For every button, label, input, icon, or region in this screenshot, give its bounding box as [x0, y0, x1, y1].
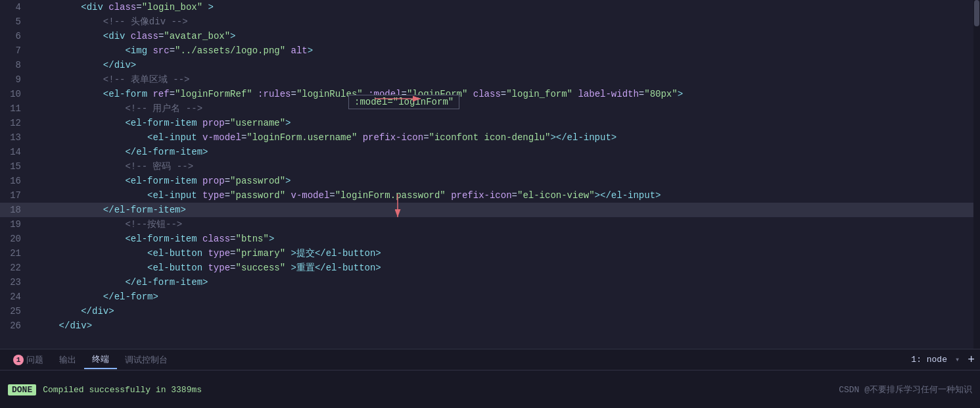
table-row: 16 <el-form-item prop="passwrod">	[0, 174, 980, 188]
line-content: <el-input type="password" v-model="login…	[32, 188, 980, 203]
table-row: 12 <el-form-item prop="username">	[0, 116, 980, 130]
line-number: 5	[0, 14, 32, 29]
line-content: <el-button type="primary" >提交</el-button…	[32, 246, 980, 261]
table-row: 18 </el-form-item>	[0, 203, 980, 217]
line-content: <el-form-item prop="username">	[32, 116, 980, 130]
node-selector-label: 1: node	[911, 355, 947, 365]
table-row: 4 <div class="login_box" >	[0, 0, 980, 14]
tab-issues[interactable]: 1问题	[5, 351, 51, 369]
line-content: </el-form-item>	[32, 275, 980, 290]
line-content: </el-form>	[32, 290, 980, 304]
line-number: 15	[0, 159, 32, 174]
add-terminal-button[interactable]: +	[968, 353, 975, 367]
line-number: 19	[0, 217, 32, 232]
table-row: 22 <el-button type="success" >重置</el-but…	[0, 261, 980, 275]
line-content: <!-- 密码 -->	[32, 159, 980, 174]
table-row: 26 </div>	[0, 319, 980, 333]
table-row: 6 <div class="avatar_box">	[0, 29, 980, 43]
table-row: 20 <el-form-item class="btns">	[0, 232, 980, 246]
line-content: <img src="../assets/logo.png" alt>	[32, 43, 980, 58]
line-number: 8	[0, 58, 32, 72]
scrollbar-thumb	[974, 0, 979, 26]
line-content: <el-form-item prop="passwrod">	[32, 174, 980, 188]
done-badge: DONE	[8, 384, 36, 395]
table-row: 8 </div>	[0, 58, 980, 72]
node-dropdown-icon[interactable]: ▾	[955, 355, 960, 365]
line-content: </div>	[32, 58, 980, 72]
table-row: 25 </div>	[0, 304, 980, 319]
line-number: 25	[0, 304, 32, 319]
line-content: </el-form-item>	[32, 203, 980, 217]
csdn-credit: CSDN @不要排斥学习任何一种知识	[839, 384, 972, 395]
line-number: 21	[0, 246, 32, 261]
code-table: 4 <div class="login_box" >5 <!-- 头像div -…	[0, 0, 980, 333]
table-row: 10 <el-form ref="loginFormRef" :rules="l…	[0, 87, 980, 101]
table-row: 24 </el-form>	[0, 290, 980, 304]
line-content: <el-input v-model="loginForm.username" p…	[32, 130, 980, 145]
tab-terminal[interactable]: 终端	[84, 351, 117, 369]
line-content: <!-- 头像div -->	[32, 14, 980, 29]
table-row: 19 <!--按钮-->	[0, 217, 980, 232]
line-number: 11	[0, 101, 32, 116]
table-row: 11 <!-- 用户名 -->	[0, 101, 980, 116]
code-container: 4 <div class="login_box" >5 <!-- 头像div -…	[0, 0, 980, 349]
table-row: 21 <el-button type="primary" >提交</el-but…	[0, 246, 980, 261]
line-number: 14	[0, 145, 32, 159]
table-row: 13 <el-input v-model="loginForm.username…	[0, 130, 980, 145]
line-number: 22	[0, 261, 32, 275]
line-number: 23	[0, 275, 32, 290]
scrollbar-track[interactable]	[973, 0, 980, 349]
line-number: 12	[0, 116, 32, 130]
line-content: <el-form-item class="btns">	[32, 232, 980, 246]
line-number: 17	[0, 188, 32, 203]
line-content: <!--按钮-->	[32, 217, 980, 232]
line-number: 6	[0, 29, 32, 43]
panel-content: DONE Compiled successfully in 3389ms CSD…	[0, 370, 980, 408]
line-number: 16	[0, 174, 32, 188]
line-number: 18	[0, 203, 32, 217]
line-content: <div class="login_box" >	[32, 0, 980, 14]
line-number: 9	[0, 72, 32, 87]
table-row: 5 <!-- 头像div -->	[0, 14, 980, 29]
table-row: 9 <!-- 表单区域 -->	[0, 72, 980, 87]
line-content: </div>	[32, 304, 980, 319]
line-content: <el-form ref="loginFormRef" :rules="logi…	[32, 87, 980, 101]
tab-output[interactable]: 输出	[51, 351, 84, 369]
editor-area: 4 <div class="login_box" >5 <!-- 头像div -…	[0, 0, 980, 408]
line-number: 4	[0, 0, 32, 14]
line-number: 13	[0, 130, 32, 145]
compile-message: Compiled successfully in 3389ms	[43, 385, 202, 395]
line-content: <el-button type="success" >重置</el-button…	[32, 261, 980, 275]
line-content: </div>	[32, 319, 980, 333]
line-content: <div class="avatar_box">	[32, 29, 980, 43]
line-number: 7	[0, 43, 32, 58]
bottom-panel: 1问题 输出 终端 调试控制台 1: node ▾ + DONE Compile…	[0, 349, 980, 408]
line-number: 20	[0, 232, 32, 246]
table-row: 7 <img src="../assets/logo.png" alt>	[0, 43, 980, 58]
line-content: <!-- 用户名 -->	[32, 101, 980, 116]
tab-debug-console[interactable]: 调试控制台	[117, 351, 175, 369]
line-number: 26	[0, 319, 32, 333]
line-content: <!-- 表单区域 -->	[32, 72, 980, 87]
table-row: 14 </el-form-item>	[0, 145, 980, 159]
line-content: </el-form-item>	[32, 145, 980, 159]
table-row: 23 </el-form-item>	[0, 275, 980, 290]
panel-tabs: 1问题 输出 终端 调试控制台 1: node ▾ +	[0, 349, 980, 370]
table-row: 17 <el-input type="password" v-model="lo…	[0, 188, 980, 203]
line-number: 10	[0, 87, 32, 101]
line-number: 24	[0, 290, 32, 304]
table-row: 15 <!-- 密码 -->	[0, 159, 980, 174]
